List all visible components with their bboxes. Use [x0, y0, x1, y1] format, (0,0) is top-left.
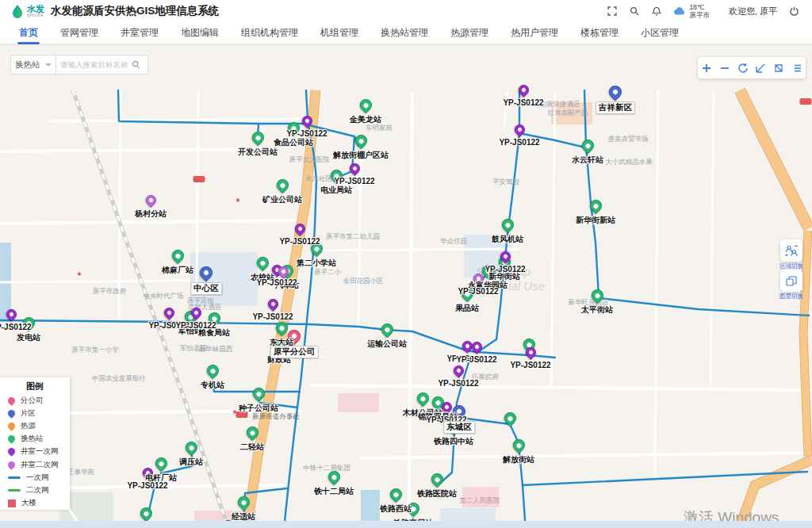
logo-text-en: SHUIFA	[27, 13, 44, 17]
well2-label[interactable]: YP-JS0122	[458, 287, 498, 296]
station-label[interactable]: 第二小学站	[297, 258, 336, 269]
tab-3[interactable]: 井室管理	[109, 22, 170, 44]
station-label[interactable]: 矿业公司站	[262, 194, 302, 205]
well-label[interactable]: YP-JS0122	[256, 278, 297, 287]
search-icon[interactable]	[629, 6, 640, 17]
street	[309, 385, 812, 390]
well-label[interactable]: YP-JS0122	[252, 312, 293, 321]
well-label[interactable]: YP-JS0122	[286, 129, 327, 138]
well-label[interactable]: YP-JS0122	[456, 355, 496, 364]
app-logo: 水发 SHUIFA	[11, 4, 44, 18]
well-label[interactable]: YP-JS0122	[510, 361, 550, 369]
layer-switch-tool[interactable]: 图层切换	[778, 270, 805, 300]
station-label[interactable]: 棉麻厂站	[162, 265, 193, 276]
pin-dot	[502, 254, 508, 259]
district-label[interactable]: 吉祥新区	[596, 101, 635, 114]
pin-dot	[362, 101, 369, 108]
station-label[interactable]: 种子公司站	[239, 403, 278, 414]
fullscreen-icon[interactable]	[607, 6, 618, 17]
region-switch-tool[interactable]: 区域切换	[778, 239, 805, 270]
map-canvas[interactable]: 原平北大医院原平市第二幼儿园原平二小金田花园小区永兴社区东明家苑平安驾校原平市政…	[0, 44, 812, 521]
tab-10[interactable]: 楼栋管理	[569, 22, 630, 44]
map-poi-label: 华众佳园	[440, 237, 467, 247]
power-icon[interactable]	[788, 6, 799, 17]
measure-distance-button[interactable]	[753, 60, 768, 76]
station-label[interactable]: 鼓风机站	[492, 234, 523, 245]
search-input-wrap	[56, 55, 148, 75]
well-label[interactable]: YP-JS0122	[175, 321, 216, 330]
pin-dot	[516, 127, 522, 132]
pin-dot	[434, 476, 440, 482]
street	[0, 281, 190, 282]
station-label[interactable]: 解放街棚户区站	[333, 150, 389, 161]
station-label[interactable]: 水云轩站	[572, 155, 603, 166]
station-label[interactable]: 调压站	[179, 457, 203, 468]
well-label[interactable]: YP-JS0122	[438, 379, 478, 388]
station-label[interactable]: 新华街新站	[576, 215, 615, 226]
district-label[interactable]: 中心区	[190, 282, 222, 295]
weather-cloud-icon	[673, 6, 686, 16]
map-poi-label: 平安驾校	[492, 178, 519, 187]
pin-dot	[384, 326, 390, 332]
well-label[interactable]: YP-JS0122	[127, 481, 167, 490]
pin-dot	[259, 259, 266, 266]
station-label[interactable]: 运输公司站	[367, 339, 407, 350]
pin-dot	[507, 415, 513, 421]
station-label[interactable]: 食品公司站	[274, 137, 313, 148]
pin-dot	[143, 510, 149, 516]
station-label[interactable]: 铁路四中站	[434, 436, 473, 447]
major-road	[740, 90, 809, 228]
station-label[interactable]: 铁路西站	[380, 503, 412, 515]
tab-2[interactable]: 管网管理	[49, 22, 109, 44]
station-label[interactable]: 经适站	[232, 511, 255, 521]
search-input[interactable]	[60, 60, 132, 69]
station-label[interactable]: 铁路医院站	[417, 488, 457, 499]
station-label[interactable]: 解放街站	[503, 454, 534, 465]
well-label[interactable]: YP-JS0122	[279, 237, 320, 246]
station-label[interactable]: 开发公司站	[238, 147, 278, 158]
legend-item-5: 井室一次网	[8, 446, 70, 458]
map-poi-label: 原平市第二幼儿园	[326, 232, 380, 242]
tab-1[interactable]: 首页	[8, 22, 49, 44]
legend-item-6: 井室二次网	[8, 458, 70, 471]
well-label[interactable]: YP-JS0122	[0, 323, 32, 331]
district-label[interactable]: 东城区	[443, 421, 475, 434]
station-label[interactable]: 二轻站	[240, 442, 264, 453]
legend-pin-icon	[6, 460, 17, 470]
company-label[interactable]: 原平分公司	[270, 346, 319, 358]
station-label[interactable]: 太平街站	[581, 304, 613, 316]
search-input-icon[interactable]	[132, 60, 140, 69]
reset-view-button[interactable]	[735, 60, 751, 76]
main-nav: 首页管网管理井室管理地图编辑组织机构管理机组管理换热站管理热源管理热用户管理楼栋…	[0, 22, 812, 44]
tab-5[interactable]: 组织机构管理	[230, 22, 309, 44]
pin-dot	[612, 89, 619, 95]
road-number-badge	[800, 98, 812, 105]
well2-label[interactable]: 杨村分站	[135, 209, 167, 220]
zoom-out-button[interactable]	[717, 60, 733, 76]
bell-icon[interactable]	[651, 6, 662, 17]
measure-area-button[interactable]	[771, 60, 787, 76]
station-label[interactable]: 金美龙站	[350, 114, 381, 125]
tab-6[interactable]: 机组管理	[309, 22, 370, 44]
street	[655, 90, 658, 476]
station-label[interactable]: 果品站	[455, 303, 479, 314]
weather-widget: 18℃ 原平市	[673, 3, 710, 19]
station-label[interactable]: 发电站	[17, 332, 40, 343]
tab-7[interactable]: 换热站管理	[370, 22, 439, 44]
search-category-select[interactable]: 换热站	[10, 55, 56, 75]
station-label[interactable]: 铁十二局站	[314, 486, 354, 497]
well-label[interactable]: YP-JS0122	[503, 98, 543, 107]
well-label[interactable]: YP-JS0122	[499, 138, 539, 147]
legend-line-icon	[8, 476, 21, 479]
well-label[interactable]: YP-JS0122	[485, 265, 525, 274]
tab-11[interactable]: 小区管理	[630, 22, 690, 44]
pin-dot	[304, 118, 309, 124]
tab-9[interactable]: 热用户管理	[500, 22, 569, 44]
station-label[interactable]: 专机站	[201, 380, 224, 391]
zoom-in-button[interactable]	[699, 60, 714, 76]
tab-4[interactable]: 地图编辑	[170, 22, 230, 44]
well-label[interactable]: YP-JS0122	[334, 177, 374, 186]
station-label[interactable]: 电业局站	[320, 185, 352, 196]
tab-8[interactable]: 热源管理	[439, 22, 500, 44]
layer-list-button[interactable]	[789, 60, 805, 76]
